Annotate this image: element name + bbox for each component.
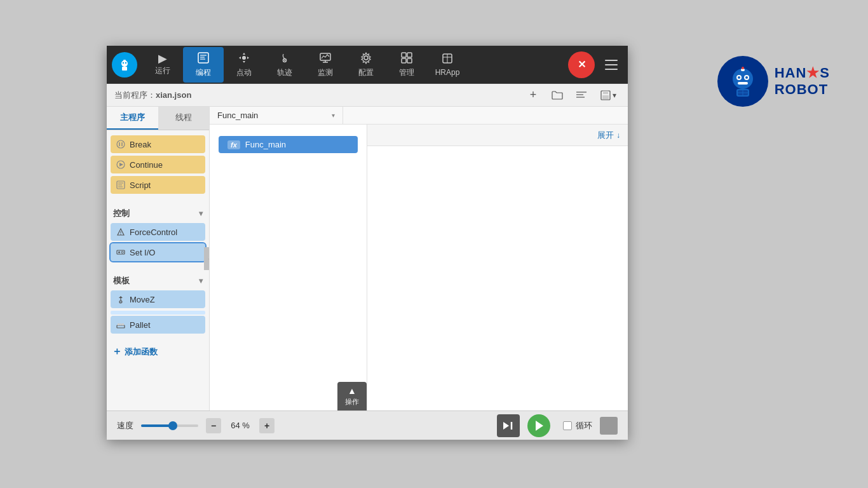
func-main-block[interactable]: fx Func_main xyxy=(219,136,358,153)
step-button[interactable] xyxy=(497,414,520,437)
ops-panel: ▲ 操作 xyxy=(337,382,367,410)
movez-icon xyxy=(116,294,126,304)
movez-sub-bar xyxy=(111,311,205,315)
nav-item-run[interactable]: ▶ 运行 xyxy=(142,47,183,83)
svg-point-19 xyxy=(364,56,368,60)
nav-logo[interactable] xyxy=(112,52,137,78)
control-chevron: ▾ xyxy=(199,209,203,218)
set-io-icon xyxy=(116,247,126,257)
stop-button[interactable] xyxy=(600,417,618,435)
program-icon xyxy=(197,51,210,66)
svg-marker-11 xyxy=(243,61,245,63)
nav-item-config[interactable]: 配置 xyxy=(346,47,386,83)
ops-button[interactable]: ▲ 操作 xyxy=(337,382,367,410)
nav-item-manage[interactable]: 管理 xyxy=(386,47,427,83)
speed-slider[interactable] xyxy=(141,424,198,427)
svg-rect-21 xyxy=(407,53,412,57)
svg-point-59 xyxy=(738,76,740,79)
ops-label: 操作 xyxy=(345,397,359,407)
folder-button[interactable] xyxy=(548,86,566,104)
nav-item-track[interactable]: 轨迹 xyxy=(264,47,305,83)
logo-area: HAN★S ROBOT xyxy=(717,56,830,107)
break-icon xyxy=(116,139,126,149)
svg-rect-4 xyxy=(123,60,126,61)
continue-icon xyxy=(116,159,126,170)
menu-line-1 xyxy=(605,60,618,61)
tab-thread[interactable]: 线程 xyxy=(158,107,210,130)
svg-point-2 xyxy=(123,62,124,63)
loop-checkbox[interactable] xyxy=(563,421,572,430)
sidebar-item-continue[interactable]: Continue xyxy=(111,156,205,173)
tab-main[interactable]: 主程序 xyxy=(107,107,158,130)
svg-point-0 xyxy=(121,60,128,67)
svg-rect-54 xyxy=(122,323,124,325)
svg-rect-51 xyxy=(117,325,125,328)
svg-rect-5 xyxy=(198,53,208,63)
play-button[interactable] xyxy=(527,414,550,437)
run-icon: ▶ xyxy=(158,53,167,64)
nav-item-jog[interactable]: 点动 xyxy=(224,47,264,83)
format-button[interactable] xyxy=(573,86,590,104)
nav-item-monitor[interactable]: 监测 xyxy=(305,47,346,83)
monitor-icon xyxy=(319,51,332,66)
right-panel-header: 展开 ↓ xyxy=(367,125,628,146)
add-button[interactable]: + xyxy=(524,86,542,104)
svg-rect-52 xyxy=(118,323,119,325)
robot-icon xyxy=(117,57,132,72)
func-area: Func_main ▾ xyxy=(210,107,628,125)
func-dropdown[interactable]: Func_main ▾ xyxy=(210,107,343,124)
svg-rect-31 xyxy=(603,91,608,94)
sidebar-item-force-control[interactable]: ForceControl xyxy=(111,223,205,241)
svg-point-3 xyxy=(125,62,126,63)
save-button[interactable]: ▾ xyxy=(597,88,620,102)
svg-point-9 xyxy=(242,56,246,60)
hrapp-icon xyxy=(441,52,454,67)
fx-badge: fx xyxy=(227,140,240,149)
sidebar-item-movez[interactable]: MoveZ xyxy=(111,290,205,308)
speed-plus-button[interactable]: + xyxy=(259,418,275,433)
sidebar-section-top: Break Continue xyxy=(107,130,209,199)
speed-minus-button[interactable]: − xyxy=(206,418,221,433)
svg-marker-10 xyxy=(243,53,245,55)
bottom-bar: 速度 − 64 % + 循环 xyxy=(107,410,628,440)
svg-point-33 xyxy=(117,140,125,148)
canvas-content: fx Func_main xyxy=(210,125,367,165)
sidebar-item-break[interactable]: Break xyxy=(111,135,205,153)
editor-body: fx Func_main ▲ 操作 xyxy=(210,125,628,410)
svg-rect-32 xyxy=(602,95,609,99)
sidebar-item-script[interactable]: Script xyxy=(111,176,205,194)
menu-line-2 xyxy=(605,64,618,65)
svg-point-43 xyxy=(120,234,121,234)
svg-marker-50 xyxy=(119,296,123,298)
editor-header: 当前程序：xian.json + xyxy=(107,84,628,107)
svg-point-64 xyxy=(742,67,744,69)
emergency-stop-button[interactable] xyxy=(568,51,595,78)
svg-rect-62 xyxy=(738,82,748,85)
control-section-header[interactable]: 控制 ▾ xyxy=(111,204,205,223)
right-panel: 展开 ↓ xyxy=(367,125,628,410)
track-icon xyxy=(278,51,291,66)
editor-area: Func_main ▾ fx Func_main xyxy=(210,107,628,410)
speed-slider-container xyxy=(141,424,198,427)
nav-item-hrapp[interactable]: HRApp xyxy=(427,47,468,83)
nav-config-label: 配置 xyxy=(358,67,374,78)
svg-marker-12 xyxy=(239,57,241,59)
current-program-label: 当前程序：xian.json xyxy=(114,90,191,101)
svg-rect-22 xyxy=(402,58,406,63)
speed-slider-thumb xyxy=(168,421,177,430)
svg-point-46 xyxy=(121,252,123,254)
menu-button[interactable] xyxy=(600,53,623,76)
nav-item-program[interactable]: 编程 xyxy=(183,47,224,83)
add-function-button[interactable]: ＋ 添加函数 xyxy=(107,341,209,362)
svg-rect-1 xyxy=(122,67,127,71)
speed-label: 速度 xyxy=(117,420,133,431)
sidebar-item-pallet[interactable]: Pallet xyxy=(111,316,205,334)
expand-arrow-icon: ↓ xyxy=(616,131,620,140)
expand-button[interactable]: 展开 ↓ xyxy=(597,130,620,141)
main-content: 主程序 线程 Break xyxy=(107,107,628,410)
sidebar-item-set-io[interactable]: Set I/O xyxy=(111,243,205,261)
sidebar-collapse-handle[interactable]: ‹ xyxy=(204,247,210,270)
svg-marker-37 xyxy=(119,163,123,166)
template-section-header[interactable]: 模板 ▾ xyxy=(111,271,205,290)
nav-manage-label: 管理 xyxy=(399,67,414,78)
